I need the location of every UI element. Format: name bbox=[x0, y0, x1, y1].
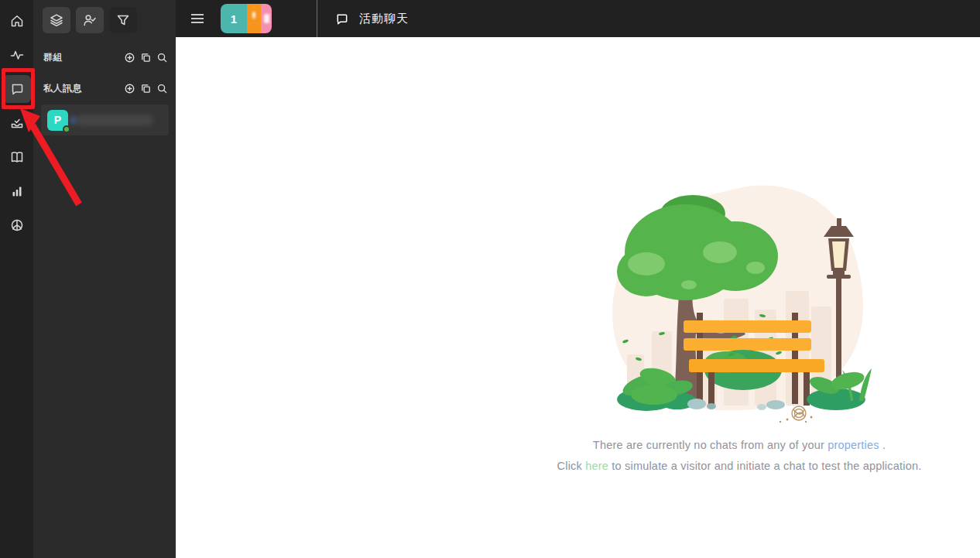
layers-icon bbox=[49, 12, 64, 28]
topbar-divider bbox=[317, 0, 317, 37]
badge-segment-orange bbox=[247, 4, 261, 33]
home-icon bbox=[9, 13, 25, 29]
line1-suffix: . bbox=[879, 439, 886, 451]
chat-bubble-icon bbox=[334, 12, 349, 26]
groups-copy-icon[interactable] bbox=[139, 51, 152, 63]
empty-state-line-1: There are currently no chats from any of… bbox=[538, 435, 941, 456]
topbar: 1 活動聊天 bbox=[176, 0, 980, 37]
rail-item-activity[interactable] bbox=[3, 41, 31, 69]
avatar: P bbox=[47, 110, 68, 131]
groups-search-icon[interactable] bbox=[156, 51, 168, 63]
main-content: There are currently no chats from any of… bbox=[176, 37, 980, 558]
dm-section-header: 私人訊息 bbox=[33, 73, 176, 104]
line2-prefix: Click bbox=[557, 460, 586, 472]
dm-add-icon[interactable] bbox=[123, 82, 135, 94]
badge-count-segment: 1 bbox=[221, 4, 247, 33]
rail-item-reports[interactable] bbox=[3, 177, 31, 205]
dm-name-fragment bbox=[71, 117, 74, 124]
avatar-letter: P bbox=[54, 114, 61, 126]
dm-section-label: 私人訊息 bbox=[43, 82, 82, 95]
panel-toolbar bbox=[33, 0, 176, 33]
rail-item-world[interactable] bbox=[3, 211, 31, 239]
groups-add-icon[interactable] bbox=[123, 51, 135, 63]
dm-name-redacted bbox=[76, 115, 153, 126]
line1-prefix: There are currently no chats from any of… bbox=[593, 439, 828, 451]
properties-link[interactable]: properties bbox=[828, 439, 879, 451]
empty-state-illustration bbox=[604, 175, 875, 423]
rail-item-home[interactable] bbox=[3, 7, 31, 35]
inbox-check-icon bbox=[9, 115, 25, 131]
funnel-icon bbox=[115, 12, 131, 28]
rail-item-library[interactable] bbox=[3, 143, 31, 171]
rail-item-chats[interactable] bbox=[3, 75, 31, 103]
app-window: 群組 私人訊息 bbox=[0, 0, 980, 558]
bar-chart-icon bbox=[9, 183, 25, 199]
property-switcher-badge[interactable]: 1 bbox=[221, 4, 272, 33]
layers-filter-button[interactable] bbox=[43, 7, 70, 33]
globe-icon bbox=[9, 217, 25, 233]
groups-section-label: 群組 bbox=[43, 51, 63, 64]
badge-count: 1 bbox=[231, 12, 237, 26]
activity-icon bbox=[9, 47, 25, 63]
filter-button[interactable] bbox=[109, 7, 137, 33]
channel-panel: 群組 私人訊息 bbox=[33, 0, 176, 558]
badge-segment-pink bbox=[261, 4, 272, 33]
hamburger-menu-button[interactable] bbox=[182, 3, 213, 34]
book-icon bbox=[9, 149, 25, 165]
person-check-icon bbox=[82, 12, 98, 28]
page-title: 活動聊天 bbox=[359, 12, 409, 26]
agents-filter-button[interactable] bbox=[76, 7, 104, 33]
line2-suffix: to simulate a visitor and initiate a cha… bbox=[608, 460, 921, 472]
nav-rail bbox=[0, 0, 33, 558]
simulate-visitor-link[interactable]: here bbox=[585, 460, 608, 472]
dm-list-item[interactable]: P bbox=[41, 104, 169, 135]
empty-state-line-2: Click here to simulate a visitor and ini… bbox=[538, 456, 941, 477]
dm-search-icon[interactable] bbox=[156, 82, 168, 94]
rail-item-inbox[interactable] bbox=[3, 109, 31, 137]
online-status-dot bbox=[63, 125, 70, 133]
dm-copy-icon[interactable] bbox=[139, 82, 152, 94]
groups-section-header: 群組 bbox=[33, 42, 176, 73]
view-title: 活動聊天 bbox=[334, 12, 409, 26]
empty-state: There are currently no chats from any of… bbox=[538, 175, 941, 477]
chat-bubble-icon bbox=[9, 81, 25, 97]
